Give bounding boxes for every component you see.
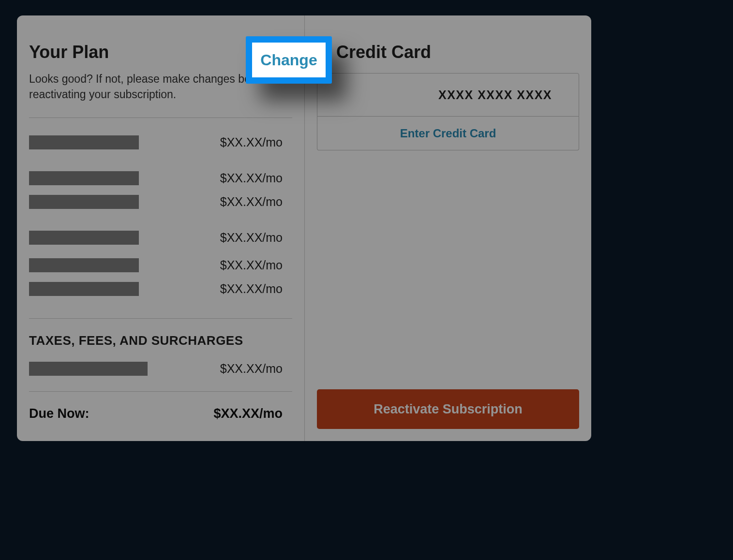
modal-backdrop	[0, 0, 733, 560]
change-button-highlight: Change	[246, 36, 332, 84]
change-plan-button[interactable]: Change	[252, 43, 326, 77]
